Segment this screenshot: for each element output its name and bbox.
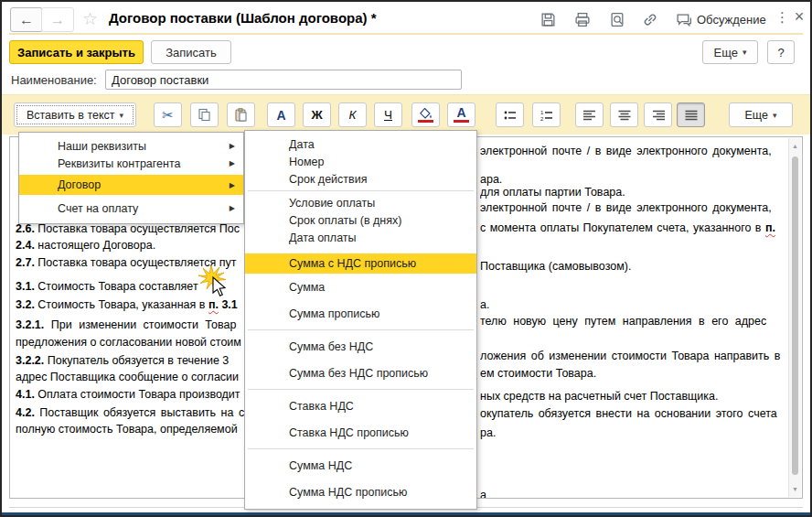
document-text-line: предложения о согласовании новой стоим — [16, 336, 241, 349]
document-text-line: электронной почте / в виде электронного … — [480, 145, 772, 157]
menu-item-label: Ставка НДС — [289, 400, 354, 413]
document-text-line: ных средств на расчетный счет Поставщика… — [480, 390, 719, 403]
scroll-down-icon[interactable]: ▼ — [789, 486, 801, 492]
kebab-menu-icon[interactable]: ⋮ — [775, 9, 788, 26]
command-bar: Записать и закрыть Записать Еще ▾ ? — [2, 37, 810, 66]
vertical-scrollbar[interactable]: ▲ ▼ — [788, 138, 801, 497]
toolbar-more-button[interactable]: Еще ▾ — [729, 102, 793, 127]
document-text-line: окупатель обязуется внести на основании … — [480, 407, 777, 420]
align-right-button[interactable] — [644, 102, 672, 127]
align-left-button[interactable] — [575, 102, 604, 127]
submenu-item[interactable]: Сумма с НДС прописью — [245, 253, 476, 274]
insert-menu-item[interactable]: Счет на оплату▶ — [19, 199, 243, 217]
document-text-line: 3.1. Стоимость Товара составляет — [16, 280, 198, 293]
name-input[interactable] — [105, 70, 462, 90]
copy-button[interactable] — [190, 102, 219, 127]
discussion-icon[interactable] — [675, 10, 693, 28]
scroll-up-icon[interactable]: ▲ — [789, 143, 801, 149]
submenu-item[interactable]: Номер — [245, 153, 476, 170]
justify-button[interactable] — [677, 102, 705, 127]
page-title: Договор поставки (Шаблон договора) * — [109, 10, 377, 26]
menu-item-label: Дата оплаты — [289, 232, 357, 244]
document-text-line: 2.6. Поставка товара осуществляется Пос — [16, 222, 240, 235]
discussion-label[interactable]: Обсуждение — [697, 13, 766, 27]
submenu-item[interactable]: Дата оплаты — [245, 229, 476, 246]
bold-button[interactable]: Ж — [303, 102, 331, 127]
document-text-line: Поставщика (самовывозом). — [480, 260, 631, 273]
submenu-item[interactable]: Сумма НДС — [245, 452, 476, 479]
submenu-item[interactable]: Сумма — [245, 274, 476, 300]
italic-letter: К — [349, 108, 357, 122]
submenu-item[interactable]: Ставка НДС прописью — [245, 419, 476, 446]
save-icon[interactable] — [539, 10, 557, 28]
preview-icon[interactable] — [608, 10, 626, 28]
document-text-line: 3.2. Стоимость Товара, указанная в п. 3.… — [16, 298, 238, 311]
document-text-line: 4.1. Оплата стоимости Товара производит — [16, 388, 240, 401]
close-icon[interactable]: × — [791, 7, 807, 27]
favorite-star-icon[interactable]: ☆ — [82, 8, 98, 29]
titlebar: ← → ☆ Договор поставки (Шаблон договора)… — [2, 2, 810, 35]
submenu-item[interactable]: Срок оплаты (в днях) — [245, 211, 476, 229]
more-actions-button[interactable]: Еще ▾ — [702, 40, 758, 64]
paste-button[interactable] — [227, 102, 255, 127]
contract-template-window: ← → ☆ Договор поставки (Шаблон договора)… — [0, 0, 812, 517]
name-row: Наименование: — [2, 68, 810, 93]
highlight-color-button[interactable] — [411, 102, 440, 127]
document-text-line: а — [480, 489, 486, 498]
document-text-line: ра. — [480, 426, 496, 439]
bulleted-list-button[interactable] — [496, 102, 524, 127]
back-icon: ← — [19, 12, 34, 28]
submenu-item[interactable]: Ставка НДС — [245, 393, 476, 419]
link-icon[interactable] — [641, 10, 659, 28]
back-button[interactable]: ← — [10, 7, 43, 32]
menu-item-label: Срок оплаты (в днях) — [289, 214, 401, 227]
font-button[interactable]: А — [267, 102, 295, 127]
menu-item-label: Ставка НДС прописью — [289, 426, 409, 439]
help-button[interactable]: ? — [767, 40, 795, 64]
menu-item-label: Срок действия — [289, 173, 367, 186]
save-and-close-button[interactable]: Записать и закрыть — [9, 40, 144, 64]
scrollbar-thumb[interactable] — [792, 156, 798, 475]
submenu-arrow-icon: ▶ — [230, 204, 235, 212]
menu-item-label: Счет на оплату — [58, 202, 138, 215]
submenu-item[interactable]: Сумма НДС прописью — [245, 479, 476, 505]
menu-item-label: Дата — [289, 138, 315, 151]
save-button[interactable]: Записать — [151, 40, 231, 64]
print-icon[interactable] — [573, 10, 592, 28]
insert-menu-item[interactable]: Реквизиты контрагента▶ — [19, 155, 243, 172]
italic-button[interactable]: К — [338, 102, 367, 127]
numbered-list-icon: 1 2 — [540, 110, 553, 121]
document-text-line: ем стоимости Товара. — [480, 367, 596, 380]
contract-submenu: ДатаНомерСрок действияУсловие оплатыСрок… — [244, 130, 477, 510]
numbered-list-button[interactable]: 1 2 — [532, 102, 561, 127]
underline-letter: Ч — [384, 108, 392, 122]
insert-menu-item[interactable]: Наши реквизиты▶ — [19, 137, 243, 155]
align-right-icon — [652, 110, 665, 121]
underline-button[interactable]: Ч — [374, 102, 402, 127]
menu-item-label: Сумма — [289, 281, 325, 294]
submenu-item[interactable]: Сумма без НДС — [245, 333, 476, 360]
submenu-item[interactable]: Сумма прописью — [245, 300, 476, 327]
align-left-icon — [583, 110, 596, 121]
submenu-item[interactable]: Срок действия — [245, 170, 476, 188]
bold-letter: Ж — [311, 108, 322, 122]
document-text-line: 2.7. Поставка товара осуществляется пут — [16, 256, 237, 269]
submenu-arrow-icon: ▶ — [230, 181, 235, 189]
document-text-line: ара. — [480, 173, 502, 186]
submenu-item[interactable]: Условие оплаты — [245, 194, 476, 211]
svg-text:2: 2 — [540, 115, 544, 121]
insert-menu: Наши реквизиты▶Реквизиты контрагента▶Дог… — [18, 132, 244, 224]
cut-button[interactable]: ✂ — [154, 102, 182, 127]
insert-menu-item[interactable]: Договор▶ — [19, 175, 243, 195]
font-color-bar — [454, 120, 469, 123]
bulleted-list-icon — [504, 110, 517, 121]
forward-button[interactable]: → — [41, 7, 74, 32]
font-color-button[interactable]: А — [447, 102, 475, 127]
chevron-down-icon: ▾ — [773, 111, 777, 120]
menu-item-label: Сумма НДС — [289, 459, 352, 472]
chevron-down-icon: ▾ — [120, 111, 124, 120]
submenu-item[interactable]: Сумма без НДС прописью — [245, 360, 476, 386]
align-center-button[interactable] — [610, 102, 638, 127]
insert-into-text-button[interactable]: Вставить в текст ▾ — [14, 102, 136, 127]
submenu-item[interactable]: Дата — [245, 135, 476, 153]
